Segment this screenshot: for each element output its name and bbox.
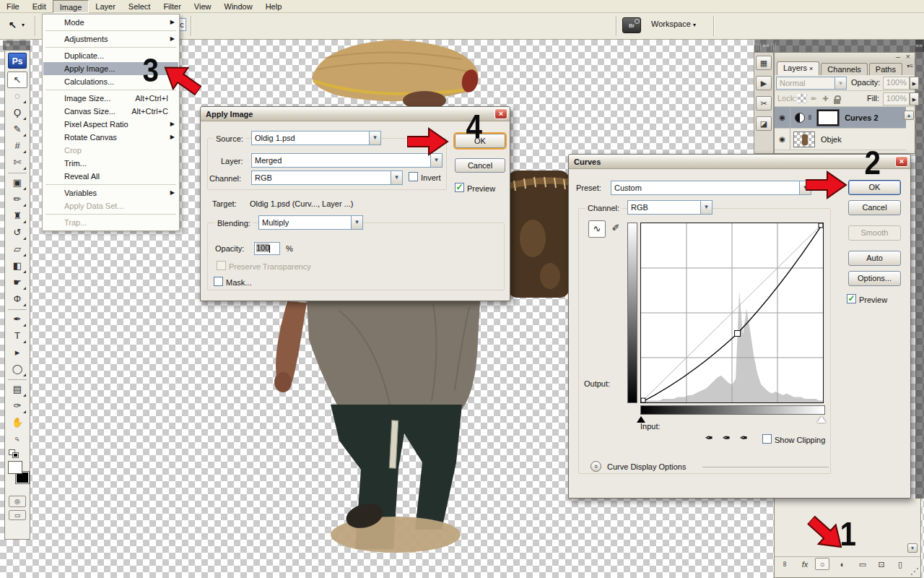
layer-row-objek[interactable]: ◉ Objek	[775, 129, 906, 150]
tab-paths[interactable]: Paths	[869, 63, 902, 75]
panel-resize-grip[interactable]	[910, 567, 919, 576]
tab-layers[interactable]: Layers ×	[777, 61, 819, 75]
edit-points-button[interactable]: ∿	[588, 220, 606, 238]
invert-checkbox[interactable]	[409, 172, 418, 181]
menu-image[interactable]: Image	[53, 0, 90, 13]
layer-name[interactable]: Objek	[821, 135, 842, 144]
add-layer-mask-icon[interactable]: ○	[815, 558, 829, 570]
blend-mode-select[interactable]: Normal▾	[776, 77, 847, 90]
layer-visibility-toggle[interactable]: ◉	[775, 107, 790, 128]
scroll-up-button[interactable]: ▴	[904, 111, 914, 120]
tool-hand[interactable]: ✋	[7, 415, 27, 431]
mini-swap-colors-icon[interactable]	[12, 452, 19, 458]
tool-gradient[interactable]: ◧	[7, 258, 27, 275]
fill-value[interactable]: 100%	[883, 92, 910, 105]
tool-eyedropper[interactable]: ✑	[7, 398, 27, 415]
menu-window[interactable]: Window	[218, 0, 259, 13]
menu-help[interactable]: Help	[259, 0, 289, 13]
tool-healing-brush[interactable]: ▣	[7, 175, 27, 191]
layer-visibility-toggle[interactable]: ◉	[775, 129, 790, 150]
link-layers-icon[interactable]: ∞	[780, 556, 791, 572]
delete-layer-icon[interactable]: ▯	[893, 558, 907, 570]
menu-item-pixel-aspect-ratio[interactable]: Pixel Aspect Ratio▶	[43, 118, 178, 131]
curves-titlebar[interactable]: Curves ×	[569, 155, 910, 169]
menu-filter[interactable]: Filter	[157, 0, 187, 13]
apply-image-titlebar[interactable]: Apply Image ×	[201, 107, 510, 121]
show-clipping-checkbox[interactable]	[762, 434, 772, 444]
histogram-panel-button[interactable]: ▦	[756, 56, 772, 70]
layer-row-curves-2[interactable]: ◉ ∞ Curves 2	[775, 107, 906, 129]
new-group-icon[interactable]: ▭	[855, 558, 870, 570]
opacity-spinner-icon[interactable]: ▶	[910, 77, 919, 90]
tool-smudge[interactable]: ☛	[7, 275, 27, 291]
close-icon[interactable]: ×	[494, 108, 507, 119]
layer-name[interactable]: Curves 2	[845, 113, 878, 122]
actions-panel-button[interactable]: ▶	[756, 76, 772, 90]
tool-shape[interactable]: ◯	[7, 361, 27, 378]
panel-dock-bar[interactable]: «« »»	[754, 40, 924, 52]
gray-eyedropper-icon[interactable]: ✒	[722, 432, 731, 444]
menu-select[interactable]: Select	[122, 0, 157, 13]
panel-minimize-button[interactable]: –	[896, 53, 900, 61]
tool-eraser[interactable]: ▱	[7, 241, 27, 258]
lock-position-icon[interactable]: ✚	[821, 94, 830, 103]
black-eyedropper-icon[interactable]: ✒	[705, 432, 713, 444]
collapse-right-icon[interactable]: »»	[915, 40, 923, 51]
menu-item-trim[interactable]: Trim...	[43, 157, 178, 170]
white-point-slider[interactable]	[817, 416, 826, 423]
preset-select[interactable]: Custom▾	[611, 181, 811, 195]
tool-brush[interactable]: ✏	[7, 191, 27, 208]
lock-all-icon[interactable]	[834, 99, 840, 104]
options-button[interactable]: Options...	[848, 271, 901, 286]
menu-item-variables[interactable]: Variables▶	[43, 186, 178, 199]
tool-dodge[interactable]: Φ	[7, 291, 27, 308]
workspace-dropdown[interactable]: Workspace ▾	[651, 20, 696, 28]
menu-item-rotate-canvas[interactable]: Rotate Canvas▶	[43, 131, 178, 144]
menu-item-apply-image[interactable]: Apply Image...	[43, 62, 178, 75]
tool-slice[interactable]: ✄	[7, 155, 27, 171]
fill-spinner-icon[interactable]: ▶	[910, 92, 919, 105]
curve-display-options-toggle[interactable]: »	[590, 461, 601, 472]
panel-menu-icon[interactable]: ▾≡	[907, 64, 913, 69]
tool-zoom[interactable]: ♀	[7, 431, 27, 448]
new-adjustment-layer-icon[interactable]: ◐	[835, 558, 850, 570]
draw-curve-button[interactable]: ✐	[607, 220, 624, 238]
tool-presets-panel-button[interactable]: ✂	[756, 96, 772, 111]
tool-quick-select[interactable]: ✎	[7, 121, 27, 138]
opacity-value[interactable]: 100%	[883, 77, 910, 90]
ok-button[interactable]: OK	[848, 180, 901, 195]
menu-item-adjustments[interactable]: Adjustments▶	[43, 33, 178, 46]
curves-graph[interactable]	[640, 223, 824, 403]
white-eyedropper-icon[interactable]: ✒	[739, 432, 748, 444]
screen-mode-button[interactable]: ▭	[9, 510, 26, 520]
opacity-input[interactable]: 100	[254, 242, 280, 255]
tool-crop[interactable]: #	[7, 138, 27, 155]
preview-checkbox[interactable]: ✓	[455, 183, 464, 192]
menu-layer[interactable]: Layer	[89, 0, 122, 13]
menu-item-image-size[interactable]: Image Size...Alt+Ctrl+I	[43, 92, 178, 105]
menu-edit[interactable]: Edit	[26, 0, 53, 13]
tab-close-icon[interactable]: ×	[809, 65, 813, 72]
layer-style-icon[interactable]: fx	[798, 558, 812, 570]
new-layer-icon[interactable]: ⊡	[874, 558, 889, 570]
tool-move[interactable]: ↖	[7, 72, 27, 88]
channel-select[interactable]: RGB▾	[627, 200, 712, 215]
layer-mask-thumbnail[interactable]	[817, 110, 839, 126]
panel-close-button[interactable]: ×	[906, 53, 910, 61]
cancel-button[interactable]: Cancel	[455, 158, 505, 173]
layer-comps-panel-button[interactable]: ◪	[756, 116, 772, 131]
quick-mask-button[interactable]: ◎	[9, 496, 26, 507]
dock-grip[interactable]	[771, 43, 776, 51]
close-icon[interactable]: ×	[895, 156, 908, 167]
tool-preset-dropdown-icon[interactable]: ▾	[22, 22, 25, 28]
tool-marquee[interactable]: ◌	[7, 88, 27, 105]
scroll-down-button[interactable]: ▾	[907, 543, 918, 553]
lock-pixels-icon[interactable]: ✏	[809, 94, 819, 103]
layer-thumbnail[interactable]	[793, 131, 815, 147]
menu-item-duplicate[interactable]: Duplicate...	[43, 49, 178, 62]
go-to-bridge-button[interactable]: Br	[622, 17, 641, 33]
dock-grip[interactable]	[756, 43, 761, 51]
toolbox-collapse-bar[interactable]: »	[3, 40, 30, 50]
lock-transparency-icon[interactable]	[798, 94, 807, 103]
tool-history-brush[interactable]: ↺	[7, 225, 27, 241]
